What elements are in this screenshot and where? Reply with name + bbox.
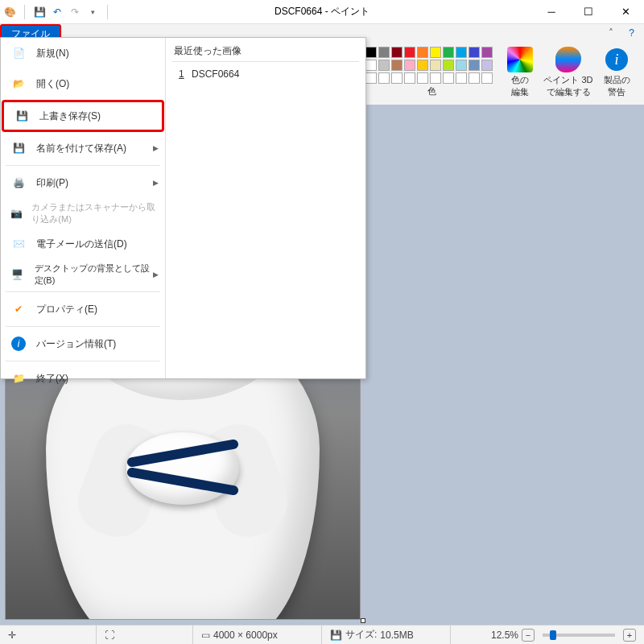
printer-icon: 🖨️ xyxy=(9,173,28,192)
color-swatch[interactable] xyxy=(456,72,467,84)
size-label: サイズ: xyxy=(345,628,377,642)
color-swatch[interactable] xyxy=(469,60,480,71)
email-icon: ✉️ xyxy=(9,234,28,254)
color-swatch[interactable] xyxy=(430,72,441,84)
menu-save-as[interactable]: 💾 名前を付けて保存(A) ▶ xyxy=(1,133,165,163)
paint3d-label: ペイント 3D で編集する xyxy=(543,74,594,98)
color-swatch[interactable] xyxy=(417,47,428,58)
zoom-value: 12.5% xyxy=(491,630,518,641)
redo-icon[interactable]: ↷ xyxy=(68,6,81,19)
menu-save[interactable]: 💾 上書き保存(S) xyxy=(2,100,164,132)
zoom-out-button[interactable]: − xyxy=(522,629,535,642)
recent-file-item[interactable]: 1 DSCF0664 xyxy=(172,65,359,83)
menu-print[interactable]: 🖨️ 印刷(P) ▶ xyxy=(1,167,165,198)
edit-colors-button[interactable]: 色の 編集 xyxy=(499,47,541,98)
menu-properties-label: プロパティ(E) xyxy=(36,303,97,316)
color-swatch[interactable] xyxy=(443,47,454,58)
info-icon: i xyxy=(9,334,28,353)
menu-wallpaper-label: デスクトップの背景として設定(B) xyxy=(35,262,157,287)
color-swatch[interactable] xyxy=(481,47,493,58)
submenu-arrow-icon: ▶ xyxy=(153,270,159,279)
collapse-ribbon-icon[interactable]: ˄ xyxy=(609,27,613,39)
color-swatch[interactable] xyxy=(430,60,441,71)
color-swatch[interactable] xyxy=(391,60,402,71)
color-swatch[interactable] xyxy=(365,47,377,58)
status-bar: ✛ ⛶ ▭ 4000 × 6000px 💾 サイズ: 10.5MB 12.5% … xyxy=(0,625,644,644)
color-swatch[interactable] xyxy=(378,47,390,58)
menu-new[interactable]: 📄 新規(N) xyxy=(1,38,165,68)
color-swatch[interactable] xyxy=(481,72,493,84)
maximize-button[interactable]: ☐ xyxy=(570,0,607,24)
color-swatch[interactable] xyxy=(469,47,480,58)
color-swatch[interactable] xyxy=(378,72,390,84)
product-alert-button[interactable]: i 製品の 警告 xyxy=(596,47,638,98)
color-swatch[interactable] xyxy=(365,60,377,71)
file-menu-commands: 📄 新規(N) 📂 開く(O) 💾 上書き保存(S) 💾 名前を付けて保存(A)… xyxy=(1,38,166,378)
zoom-slider[interactable] xyxy=(543,634,615,637)
color-swatch[interactable] xyxy=(404,72,415,84)
recent-files-header: 最近使った画像 xyxy=(172,41,359,62)
undo-icon[interactable]: ↶ xyxy=(51,6,64,19)
save-as-icon: 💾 xyxy=(9,138,28,158)
file-size: 💾 サイズ: 10.5MB xyxy=(322,625,451,644)
product-alert-label: 製品の 警告 xyxy=(596,74,638,98)
zoom-controls: 12.5% − + xyxy=(483,625,644,644)
color-swatch[interactable] xyxy=(365,72,377,84)
minimize-button[interactable]: ─ xyxy=(533,0,570,24)
color-swatch[interactable] xyxy=(378,60,390,71)
checkmark-icon: ✔ xyxy=(9,299,28,319)
color-wheel-icon xyxy=(507,47,533,72)
color-swatch[interactable] xyxy=(443,72,454,84)
save-qat-icon[interactable]: 💾 xyxy=(33,6,46,19)
color-swatch[interactable] xyxy=(456,47,467,58)
submenu-arrow-icon: ▶ xyxy=(153,144,159,152)
selection-size: ⛶ xyxy=(97,625,193,644)
menu-email[interactable]: ✉️ 電子メールの送信(D) xyxy=(1,229,165,259)
cursor-icon: ✛ xyxy=(8,630,16,641)
color-swatch[interactable] xyxy=(404,60,415,71)
color-swatch[interactable] xyxy=(391,47,402,58)
menu-exit[interactable]: 📁 終了(X) xyxy=(1,363,165,394)
color-swatch[interactable] xyxy=(391,72,402,84)
menu-scanner: 📷 カメラまたはスキャナーから取り込み(M) xyxy=(1,198,165,229)
color-swatch[interactable] xyxy=(430,47,441,58)
dimensions-icon: ▭ xyxy=(201,630,210,641)
color-palette: 色 xyxy=(365,47,497,97)
image-dimensions: ▭ 4000 × 6000px xyxy=(193,625,322,644)
menu-wallpaper[interactable]: 🖥️ デスクトップの背景として設定(B) ▶ xyxy=(1,259,165,290)
recent-file-index: 1 xyxy=(179,68,184,80)
paint3d-button[interactable]: ペイント 3D で編集する xyxy=(543,47,594,98)
file-menu-recent: 最近使った画像 1 DSCF0664 xyxy=(166,38,365,378)
paint-app-icon: 🎨 xyxy=(3,6,16,19)
color-swatch[interactable] xyxy=(443,60,454,71)
help-icon[interactable]: ? xyxy=(629,27,634,39)
color-swatch[interactable] xyxy=(456,60,467,71)
color-swatch[interactable] xyxy=(417,72,428,84)
disk-icon: 💾 xyxy=(330,630,342,641)
close-button[interactable]: ✕ xyxy=(607,0,644,24)
scanner-icon: 📷 xyxy=(9,204,23,223)
save-icon: 💾 xyxy=(12,106,31,126)
menu-open-label: 開く(O) xyxy=(36,77,69,91)
wallpaper-icon: 🖥️ xyxy=(9,265,27,284)
exit-icon: 📁 xyxy=(9,369,28,388)
zoom-in-button[interactable]: + xyxy=(623,629,636,642)
color-swatch[interactable] xyxy=(481,60,493,71)
menu-open[interactable]: 📂 開く(O) xyxy=(1,68,165,99)
window-title: DSCF0664 - ペイント xyxy=(111,5,533,19)
qat-dropdown-icon[interactable]: ▾ xyxy=(86,6,99,19)
menu-properties[interactable]: ✔ プロパティ(E) xyxy=(1,294,165,324)
menu-new-label: 新規(N) xyxy=(36,47,69,60)
menu-about[interactable]: i バージョン情報(T) xyxy=(1,328,165,359)
menu-save-label: 上書き保存(S) xyxy=(39,109,101,123)
resize-handle[interactable] xyxy=(361,618,365,623)
menu-email-label: 電子メールの送信(D) xyxy=(36,237,127,251)
menu-save-as-label: 名前を付けて保存(A) xyxy=(36,142,126,155)
color-swatch[interactable] xyxy=(469,72,480,84)
color-swatch[interactable] xyxy=(404,47,415,58)
color-swatch[interactable] xyxy=(417,60,428,71)
paint3d-icon xyxy=(555,47,581,72)
cursor-position: ✛ xyxy=(0,625,97,644)
new-file-icon: 📄 xyxy=(9,43,28,63)
dimensions-value: 4000 × 6000px xyxy=(213,630,278,641)
